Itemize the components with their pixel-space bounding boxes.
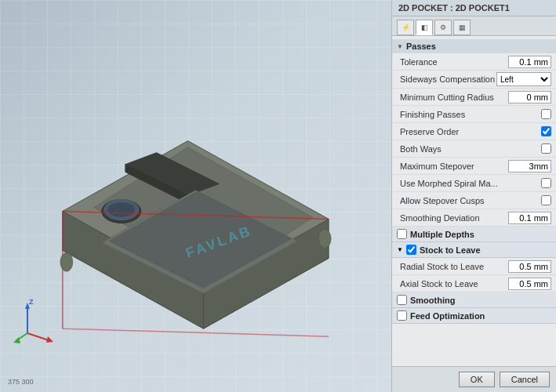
svg-text:Z: Z (29, 298, 34, 306)
smoothing-checkbox[interactable] (397, 295, 407, 305)
min-radius-label: Minimum Cutting Radius (400, 93, 508, 102)
axial-stock-row: Axial Stock to Leave (392, 275, 556, 292)
smoothing-dev-label: Smoothing Deviation (400, 213, 508, 223)
stock-to-leave-checkbox[interactable] (406, 245, 416, 255)
max-stepover-input[interactable] (508, 160, 551, 172)
morphed-checkbox[interactable] (541, 178, 551, 188)
passes-arrow: ▼ (397, 43, 403, 50)
tab-bar: ⚡ ◧ ⚙ ▦ (392, 16, 556, 36)
smoothing-section[interactable]: Smoothing (392, 292, 556, 308)
sideways-row: Sideways Compensation Left Right Center (392, 71, 556, 89)
preserve-row: Preserve Order (392, 123, 556, 140)
finishing-checkbox[interactable] (541, 109, 551, 119)
axial-stock-label: Axial Stock to Leave (400, 279, 508, 289)
svg-point-22 (60, 252, 73, 271)
radial-stock-label: Radial Stock to Leave (400, 262, 508, 271)
radial-stock-input[interactable] (508, 260, 551, 273)
bothways-checkbox[interactable] (541, 143, 551, 154)
morphed-row: Use Morphed Spiral Ma... (392, 175, 556, 192)
footer-buttons: OK Cancel (392, 366, 556, 392)
passes-section-header[interactable]: ▼ Passes (392, 39, 556, 53)
finishing-label: Finishing Passes (400, 110, 541, 119)
tolerance-row: Tolerance (392, 53, 556, 71)
stock-to-leave-label: Stock to Leave (420, 245, 481, 255)
tab-lightning[interactable]: ⚡ (397, 20, 414, 35)
bothways-row: Both Ways (392, 140, 556, 158)
feed-opt-label: Feed Optimization (410, 311, 485, 321)
tab-chart[interactable]: ▦ (453, 20, 471, 35)
svg-line-21 (63, 328, 329, 336)
coordinates: 375 300 (8, 378, 34, 386)
stock-to-leave-content: Radial Stock to Leave Axial Stock to Lea… (392, 258, 556, 292)
passes-label: Passes (406, 42, 436, 51)
feed-optimization-section[interactable]: Feed Optimization (392, 308, 556, 324)
stepover-cusps-checkbox[interactable] (541, 195, 551, 205)
feed-opt-checkbox[interactable] (397, 310, 407, 321)
stepover-cusps-row: Allow Stepover Cusps (392, 192, 556, 209)
max-stepover-row: Maximum Stepover (392, 158, 556, 175)
tab-gear[interactable]: ⚙ (434, 20, 452, 35)
tolerance-input[interactable] (508, 56, 551, 68)
passes-content: Tolerance Sideways Compensation Left Rig… (392, 53, 556, 227)
min-radius-input[interactable] (508, 91, 551, 103)
sideways-select[interactable]: Left Right Center (496, 72, 551, 86)
panel-header: 2D POCKET : 2D POCKET1 (392, 0, 556, 16)
multiple-depths-section[interactable]: Multiple Depths (392, 227, 556, 242)
max-stepover-label: Maximum Stepover (400, 162, 508, 171)
smoothing-dev-row: Smoothing Deviation (392, 209, 556, 227)
tab-tool[interactable]: ◧ (416, 20, 433, 35)
tolerance-label: Tolerance (400, 57, 508, 67)
min-radius-row: Minimum Cutting Radius (392, 89, 556, 106)
finishing-row: Finishing Passes (392, 106, 556, 123)
axial-stock-input[interactable] (508, 278, 551, 290)
smoothing-label: Smoothing (410, 296, 455, 305)
svg-point-23 (318, 229, 331, 248)
preserve-checkbox[interactable] (541, 126, 551, 136)
properties-panel: 2D POCKET : 2D POCKET1 ⚡ ◧ ⚙ ▦ ▼ Passes … (391, 0, 556, 392)
radial-stock-row: Radial Stock to Leave (392, 258, 556, 275)
smoothing-dev-input[interactable] (508, 212, 551, 224)
multiple-depths-checkbox[interactable] (397, 229, 407, 239)
preserve-label: Preserve Order (400, 127, 541, 136)
sideways-label: Sideways Compensation (400, 74, 496, 84)
ok-button[interactable]: OK (459, 372, 495, 387)
stock-to-leave-section[interactable]: ▼ Stock to Leave (392, 242, 556, 258)
svg-point-9 (107, 201, 136, 217)
panel-title: 2D POCKET : 2D POCKET1 (398, 3, 510, 13)
cancel-button[interactable]: Cancel (500, 372, 550, 387)
stock-arrow: ▼ (397, 246, 403, 253)
axis-indicator: Z (12, 298, 59, 345)
svg-marker-27 (46, 336, 53, 343)
3d-viewport[interactable]: FAVLAB Z 375 300 (0, 0, 391, 392)
morphed-label: Use Morphed Spiral Ma... (400, 179, 541, 188)
multiple-depths-label: Multiple Depths (410, 230, 474, 239)
stepover-cusps-label: Allow Stepover Cusps (400, 196, 541, 205)
bothways-label: Both Ways (400, 144, 541, 154)
